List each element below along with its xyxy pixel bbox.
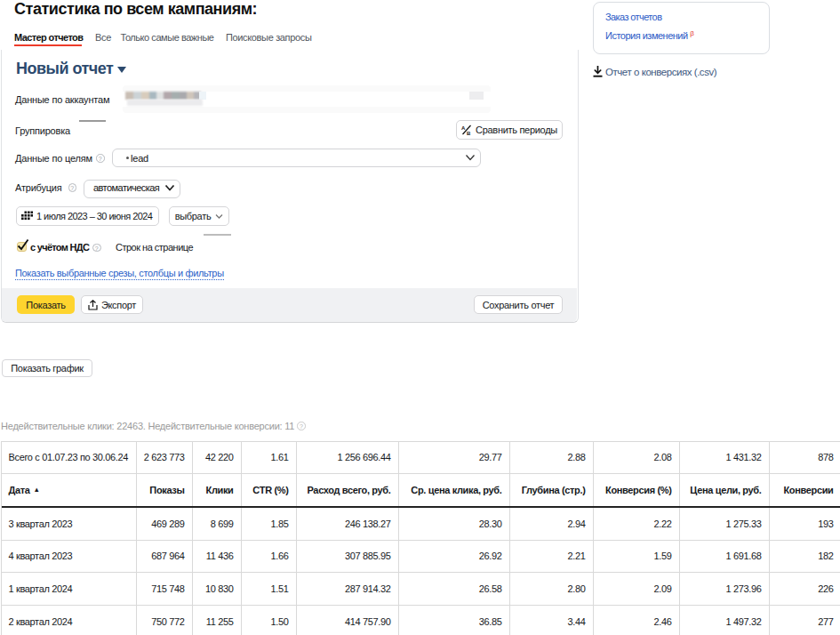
svg-text:A: A	[461, 125, 466, 131]
svg-text:B: B	[467, 131, 471, 136]
